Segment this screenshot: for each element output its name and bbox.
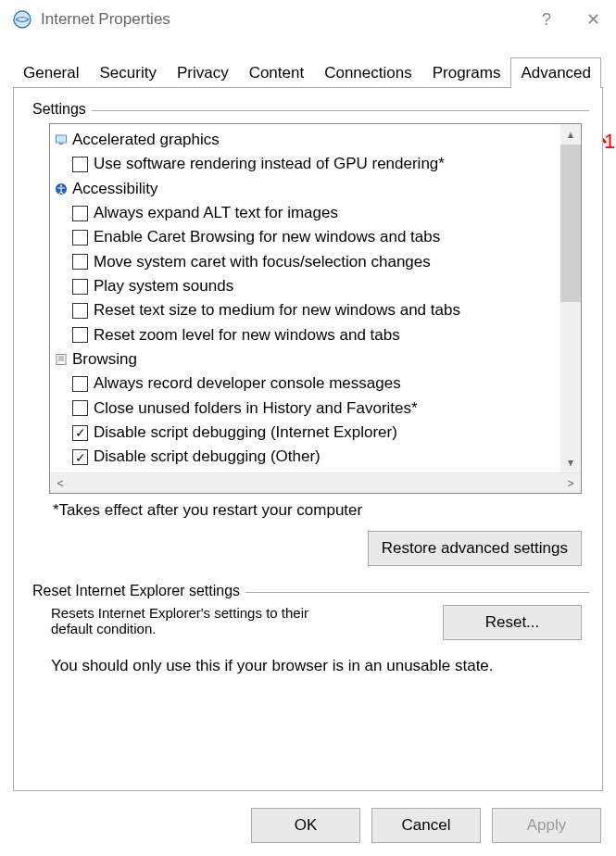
checkbox[interactable] [72,206,88,221]
checkbox-label: Play system sounds [94,274,233,298]
checkbox-label: Reset zoom level for new windows and tab… [94,323,400,347]
reset-legend: Reset Internet Explorer settings [27,583,245,599]
settings-checkbox-row[interactable]: Close unused folders in History and Favo… [52,397,559,421]
settings-checkbox-row[interactable]: Always record developer console messages [52,371,559,396]
checkbox[interactable] [72,400,88,416]
apply-button[interactable]: Apply [492,808,601,843]
svg-point-4 [60,184,62,186]
settings-checkbox-row[interactable]: Display a notification about every scrip… [52,470,559,472]
reset-description: Resets Internet Explorer's settings to t… [51,605,443,636]
checkbox-label: Enable Caret Browsing for new windows an… [94,225,440,249]
checkbox[interactable] [72,327,88,343]
tab-panel-advanced: Settings Accelerated graphicsUse softwar… [13,87,603,791]
settings-legend: Settings [27,101,92,118]
checkbox-label: Move system caret with focus/selection c… [94,250,431,274]
settings-checkbox-row[interactable]: Enable Caret Browsing for new windows an… [52,225,559,249]
settings-group-header: Settings [27,101,589,118]
settings-category: Accelerated graphics [52,128,559,152]
settings-checkbox-row[interactable]: Always expand ALT text for images [52,201,559,225]
settings-checkbox-row[interactable]: Play system sounds [52,274,559,298]
settings-checkbox-row[interactable]: Reset text size to medium for new window… [52,298,559,322]
checkbox[interactable] [72,254,88,270]
scroll-left-arrow-icon[interactable]: < [50,473,70,493]
checkbox-label: Close unused folders in History and Favo… [94,397,418,421]
svg-rect-5 [57,355,66,365]
restore-advanced-button[interactable]: Restore advanced settings [368,531,582,566]
cancel-button[interactable]: Cancel [371,808,481,843]
tab-security[interactable]: Security [89,57,166,88]
settings-footnote: *Takes effect after you restart your com… [53,501,589,520]
checkbox-label: Display a notification about every scrip… [94,470,404,472]
reset-group-header: Reset Internet Explorer settings [27,583,589,599]
checkbox-label: Always expand ALT text for images [94,201,338,225]
checkbox[interactable] [72,279,88,295]
checkbox[interactable] [72,230,88,245]
window-title: Internet Properties [41,10,170,29]
settings-checkbox-row[interactable]: ✓Disable script debugging (Internet Expl… [52,421,559,445]
category-label: Browsing [72,347,137,371]
reset-button[interactable]: Reset... [443,605,582,640]
settings-category: Browsing [52,347,559,371]
settings-checkbox-row[interactable]: Reset zoom level for new windows and tab… [52,323,559,347]
tab-advanced[interactable]: Advanced [510,57,601,88]
scroll-up-arrow-icon[interactable]: ▴ [560,124,581,145]
checkbox-label: Always record developer console messages [94,371,401,396]
monitor-icon [54,132,69,147]
ok-button[interactable]: OK [251,808,360,843]
app-icon [11,8,33,31]
tab-programs[interactable]: Programs [422,57,511,88]
page-icon [54,352,69,367]
titlebar: Internet Properties ? ✕ [0,0,616,39]
tab-connections[interactable]: Connections [314,57,422,88]
settings-checkbox-row[interactable]: ✓Disable script debugging (Other) [52,445,559,469]
svg-rect-1 [57,135,67,143]
checkbox[interactable] [72,303,88,319]
vertical-scrollbar[interactable]: ▴ ▾ [560,124,581,472]
scroll-right-arrow-icon[interactable]: > [560,473,581,493]
checkbox[interactable] [72,376,88,392]
checkbox-label: Use software rendering instead of GPU re… [94,152,445,176]
scroll-thumb[interactable] [560,145,581,302]
checkbox-label: Reset text size to medium for new window… [94,298,460,322]
checkbox-label: Disable script debugging (Internet Explo… [94,421,397,445]
settings-checkbox-row[interactable]: Use software rendering instead of GPU re… [52,152,559,176]
scroll-down-arrow-icon[interactable]: ▾ [560,452,581,472]
checkbox[interactable]: ✓ [72,425,88,441]
close-button[interactable]: ✕ [570,0,616,39]
dialog-actions: OK Cancel Apply [251,808,601,843]
help-button[interactable]: ? [523,0,570,39]
category-label: Accelerated graphics [72,128,220,152]
svg-rect-2 [59,144,63,145]
horizontal-scrollbar[interactable]: < > [50,472,581,493]
reset-warning: You should only use this if your browser… [51,657,494,674]
checkbox[interactable] [72,157,88,172]
annotation-1: 1 [604,130,615,154]
tab-bar: General Security Privacy Content Connect… [0,57,616,88]
checkbox[interactable]: ✓ [72,449,88,465]
checkbox-label: Disable script debugging (Other) [94,445,321,469]
settings-category: Accessibility [52,177,559,201]
accessibility-icon [54,182,69,196]
settings-listbox[interactable]: Accelerated graphicsUse software renderi… [49,123,582,494]
tab-content[interactable]: Content [239,57,315,88]
tab-privacy[interactable]: Privacy [167,57,239,88]
tab-general[interactable]: General [13,57,89,88]
category-label: Accessibility [72,177,158,201]
settings-checkbox-row[interactable]: Move system caret with focus/selection c… [52,250,559,274]
